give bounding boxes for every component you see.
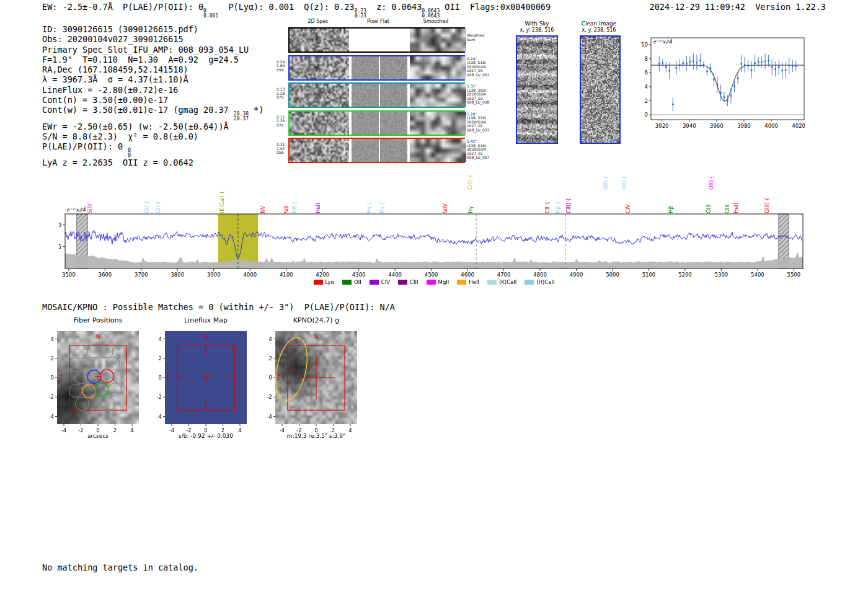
fiber-circle xyxy=(74,370,87,383)
x-tick-label: 3700 xyxy=(135,272,148,278)
cutout-panel-lineflux-map: Lineflux Map-4-4-2-2002244NEs/b: -0.92 +… xyxy=(149,316,254,450)
label-line: 008_LU_057 xyxy=(467,73,497,78)
data-point xyxy=(751,69,753,71)
cutout-overlay: -4-4-2-2002244NE xyxy=(259,326,365,444)
data-point xyxy=(686,63,688,64)
x-tick-label: 3920 xyxy=(655,123,669,129)
mosaic-match-line: MOSAIC/KPNO : Possible Matches = 0 (with… xyxy=(42,302,395,312)
line-marker-label: OIII { xyxy=(603,176,609,190)
x-tick-label: 5100 xyxy=(642,272,656,278)
legend-item: Lyα xyxy=(314,279,335,285)
x-tick-label: 3500 xyxy=(62,272,76,278)
axes-box xyxy=(651,38,804,120)
legend-label: HeII xyxy=(469,279,479,285)
fiber-circle xyxy=(87,344,100,357)
fiber-circle xyxy=(88,398,101,411)
x-tick-label: 4000 xyxy=(764,123,778,129)
pixel-flat-image xyxy=(352,112,407,135)
y-tick-label: 4 xyxy=(645,84,648,90)
label-line: 056 xyxy=(277,68,289,73)
fiber-circle xyxy=(113,370,126,383)
y-tick-label: 4 xyxy=(159,336,162,342)
cutout-title: Lineflux Map xyxy=(165,316,247,324)
fiber-circle xyxy=(112,345,125,358)
y-tick-label: 6 xyxy=(645,69,648,76)
data-point xyxy=(792,65,794,67)
clean-image-coords: x, y: 238, 516 xyxy=(582,27,616,33)
spec2d-row-left-label: 0.132.28075 xyxy=(277,87,289,100)
north-label: N xyxy=(96,334,100,340)
x-tick-label: 4000 xyxy=(243,272,257,278)
spec2d-row-right-label: 1.29"(238, 333)20200104v027_01008_LU_037 xyxy=(467,112,497,133)
data-point xyxy=(768,60,769,62)
data-point xyxy=(675,67,677,69)
data-point xyxy=(758,61,760,63)
data-point xyxy=(710,67,712,69)
spec2d-row xyxy=(288,138,465,163)
data-point xyxy=(662,62,663,64)
legend-label: Lyα xyxy=(326,279,335,285)
x-tick-label: 4300 xyxy=(352,272,366,278)
fiber-circle xyxy=(69,384,82,397)
smoothed-image xyxy=(410,139,466,162)
legend-label: OII xyxy=(354,279,361,285)
data-point xyxy=(724,96,725,98)
x-tick-label: 4020 xyxy=(792,123,805,129)
north-label: N xyxy=(314,334,319,340)
column-header-2d-spec: 2D Spec xyxy=(308,19,328,24)
data-point xyxy=(683,63,684,64)
legend-item: OII xyxy=(342,279,361,285)
with-sky-coords: x, y: 238, 516 xyxy=(520,27,554,33)
legend-swatch xyxy=(314,280,323,285)
fiber-circle xyxy=(68,358,81,371)
y-tick-label: 10 xyxy=(59,222,61,228)
data-point xyxy=(774,68,776,70)
legend-item: HeII xyxy=(457,279,479,285)
x-tick-label: 5300 xyxy=(715,272,728,278)
data-point xyxy=(693,61,694,63)
legend-item: CIII xyxy=(398,279,418,285)
pixel-flat-image xyxy=(352,84,407,107)
footer-line-1: No matching targets in catalog. xyxy=(42,562,198,572)
spec2d-row-right-label: 1.42"(238, 516)20200104v027_01008_LU_057 xyxy=(467,140,497,160)
legend-item: (H)CaII xyxy=(525,279,554,285)
x-tick-label: 4900 xyxy=(570,272,583,278)
data-point xyxy=(696,62,698,64)
y-tick-label: -2 xyxy=(157,394,162,400)
fiber-circle xyxy=(101,397,114,410)
spec2d-row xyxy=(288,110,465,136)
label-line: 008_LU_037 xyxy=(467,128,497,133)
legend-label: CIV xyxy=(381,279,390,285)
legend-label: CIII xyxy=(410,279,418,285)
cutout-caption: arcsecs xyxy=(57,433,139,439)
data-point xyxy=(744,64,746,66)
y-tick-label: 4 xyxy=(269,336,272,342)
spec2d-row-left-label: 0.111.53056 xyxy=(277,143,289,155)
y-tick-label: -4 xyxy=(157,414,162,420)
legend-swatch xyxy=(398,280,407,285)
fiber-circle xyxy=(82,384,95,398)
cutout-title: Fiber Positions xyxy=(57,316,139,324)
data-point xyxy=(720,92,722,94)
spec2d-image xyxy=(290,29,349,51)
clean-image-frame xyxy=(580,35,621,144)
label-line: 008_LU_038 xyxy=(467,100,497,105)
data-point xyxy=(785,69,787,71)
spec2d-row xyxy=(288,82,465,108)
data-point xyxy=(788,64,790,66)
spec2d-row-right-label: 0.24"(238, 516)20200104v027_03008_LU_057 xyxy=(467,57,497,78)
elixer-report-page: EW: -2.5±-0.7Å P(LAE)/P(OII): 000.001 P(… xyxy=(0,0,868,591)
legend-swatch xyxy=(370,280,379,285)
line-marker-label: OIII { xyxy=(621,176,627,190)
x-tick-label: 3900 xyxy=(207,272,221,278)
x-tick-label: 3960 xyxy=(710,123,724,129)
data-point xyxy=(717,84,719,86)
label-line: Sum xyxy=(467,38,497,42)
y-tick-label: 5 xyxy=(59,244,61,250)
pixel-flat-image xyxy=(352,56,407,79)
legend-swatch xyxy=(487,280,497,285)
spec2d-row xyxy=(288,55,465,81)
east-label: E xyxy=(277,375,281,381)
data-point xyxy=(699,60,701,61)
x-tick-label: 3800 xyxy=(170,272,184,278)
